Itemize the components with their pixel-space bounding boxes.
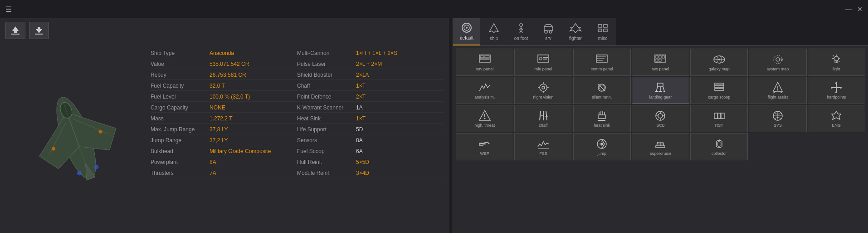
- rebuy-row: Rebuy 26.753.581 CR: [151, 70, 297, 80]
- icon-wep[interactable]: WEP: [456, 133, 513, 160]
- collector-label: collector: [712, 151, 727, 156]
- scrollbar[interactable]: [449, 18, 453, 233]
- icon-chaff[interactable]: chaff: [514, 105, 572, 132]
- icon-scb[interactable]: SCB: [632, 105, 689, 132]
- svg-rect-56: [656, 59, 658, 61]
- comm-panel-label: comm panel: [591, 67, 613, 72]
- download-button[interactable]: [29, 22, 49, 39]
- chaff-label: Chaff: [297, 83, 356, 89]
- svg-line-141: [663, 142, 664, 146]
- jump-value: 37,2 LY: [210, 137, 228, 144]
- jump-label: jump: [597, 151, 606, 156]
- tab-ship[interactable]: ship: [480, 18, 507, 45]
- svg-point-103: [835, 91, 837, 93]
- tab-fighter-label: fighter: [569, 36, 582, 41]
- cargo-cap-value: NONE: [210, 104, 225, 111]
- icon-landing-gear[interactable]: landing gear: [632, 77, 689, 104]
- tab-on-foot-label: on foot: [514, 36, 528, 41]
- fuel-cap-label: Fuel Capacity: [151, 83, 210, 89]
- heatsink-label: Heat Sink: [297, 115, 356, 122]
- svg-point-19: [466, 27, 468, 29]
- shield-row: Shield Booster 2×1A: [297, 70, 444, 80]
- right-panel: default ship: [453, 18, 868, 233]
- eng-label: ENG: [832, 123, 841, 128]
- icon-sys-panel[interactable]: sys panel: [632, 49, 689, 76]
- landing-gear-label: landing gear: [649, 95, 672, 100]
- icon-night-vision[interactable]: night vision: [514, 77, 572, 104]
- icon-heat-sink[interactable]: heat sink: [573, 105, 631, 132]
- svg-point-73: [540, 84, 547, 91]
- icon-fss[interactable]: FSS: [514, 133, 572, 160]
- nav-panel-label: nav panel: [476, 67, 493, 72]
- upload-button[interactable]: [5, 22, 25, 39]
- minimize-button[interactable]: —: [845, 5, 852, 13]
- svg-line-70: [833, 55, 834, 56]
- max-jump-row: Max. Jump Range 37,8 LY: [151, 124, 297, 134]
- cargo-scoop-label: cargo scoop: [708, 95, 730, 100]
- hardpoints-label: hardpoints: [827, 95, 846, 100]
- icon-silent-running[interactable]: silent runn.: [573, 77, 631, 104]
- icon-eng[interactable]: ENG: [808, 105, 865, 132]
- icon-flight-assist[interactable]: flight assist: [749, 77, 806, 104]
- svg-line-83: [663, 87, 664, 91]
- mass-label: Mass: [151, 115, 210, 122]
- icon-rst[interactable]: RST: [690, 105, 748, 132]
- close-button[interactable]: ✕: [857, 5, 863, 13]
- hamburger-icon[interactable]: ☰: [5, 5, 12, 14]
- tab-srv[interactable]: srv: [535, 18, 562, 45]
- icon-hardpoints[interactable]: hardpoints: [808, 77, 865, 104]
- svg-rect-39: [604, 29, 607, 32]
- icon-collector[interactable]: collector: [690, 133, 748, 160]
- chaff-row: Chaff 1×T: [297, 81, 444, 91]
- light-label: light: [833, 67, 840, 72]
- fuel-level-label: Fuel Level: [151, 94, 210, 100]
- svg-rect-42: [485, 56, 489, 58]
- thrusters-row: Thrusters 7A: [151, 168, 297, 178]
- fuel-level-value: 100,0 % (32,0 T): [210, 94, 250, 100]
- svg-line-25: [520, 30, 521, 33]
- tab-misc[interactable]: misc: [589, 18, 616, 45]
- fss-label: FSS: [539, 151, 547, 156]
- hullreinf-label: Hull Reinf.: [297, 159, 356, 165]
- tab-default[interactable]: default: [453, 18, 480, 45]
- icon-cargo-scoop[interactable]: cargo scoop: [690, 77, 748, 104]
- bulkhead-row: Bulkhead Military Grade Composite: [151, 146, 297, 156]
- icon-grid: nav panel role panel comm pane: [453, 46, 868, 163]
- toolbar: [0, 18, 449, 43]
- icon-system-map[interactable]: system map: [749, 49, 806, 76]
- icon-galaxy-map[interactable]: galaxy map: [690, 49, 748, 76]
- svg-point-138: [600, 143, 603, 145]
- tab-fighter[interactable]: fighter: [562, 18, 589, 45]
- modulereinf-row: Module Reinf. 3×4D: [297, 168, 444, 178]
- bulkhead-value: Military Grade Composite: [210, 148, 271, 154]
- multicannon-value: 1×H + 1×L + 2×S: [356, 50, 397, 56]
- shield-label: Shield Booster: [297, 72, 356, 78]
- svg-point-63: [774, 55, 782, 64]
- left-stats-col: Ship Type Anaconda Value 535.071.542 CR …: [151, 48, 297, 228]
- icon-nav-panel[interactable]: nav panel: [456, 49, 513, 76]
- sensors-label: Sensors: [297, 137, 356, 144]
- svg-rect-41: [480, 56, 484, 58]
- svg-point-95: [777, 89, 779, 90]
- svg-rect-37: [604, 25, 607, 27]
- icon-supercruise[interactable]: supercruise: [632, 133, 689, 160]
- icon-jump[interactable]: jump: [573, 133, 631, 160]
- sys-panel-label: sys panel: [652, 67, 669, 72]
- icon-sys[interactable]: SYS: [749, 105, 806, 132]
- svg-rect-38: [598, 29, 602, 32]
- tab-misc-label: misc: [598, 36, 608, 41]
- mode-tabs: default ship: [453, 18, 868, 46]
- icon-light[interactable]: light: [808, 49, 865, 76]
- scb-label: SCB: [656, 123, 665, 128]
- icon-analysis-m[interactable]: analysis m.: [456, 77, 513, 104]
- icon-comm-panel[interactable]: comm panel: [573, 49, 631, 76]
- icon-high-threat[interactable]: high. threat: [456, 105, 513, 132]
- lifesupport-value: 5D: [356, 126, 363, 133]
- svg-rect-53: [656, 56, 658, 58]
- icon-role-panel[interactable]: role panel: [514, 49, 572, 76]
- left-panel: Ship Type Anaconda Value 535.071.542 CR …: [0, 18, 449, 233]
- tab-on-foot[interactable]: on foot: [507, 18, 535, 45]
- jump-row: Jump Range 37,2 LY: [151, 135, 297, 145]
- right-stats-col: Multi-Cannon 1×H + 1×L + 2×S Pulse Laser…: [297, 48, 444, 228]
- svg-marker-129: [832, 111, 841, 119]
